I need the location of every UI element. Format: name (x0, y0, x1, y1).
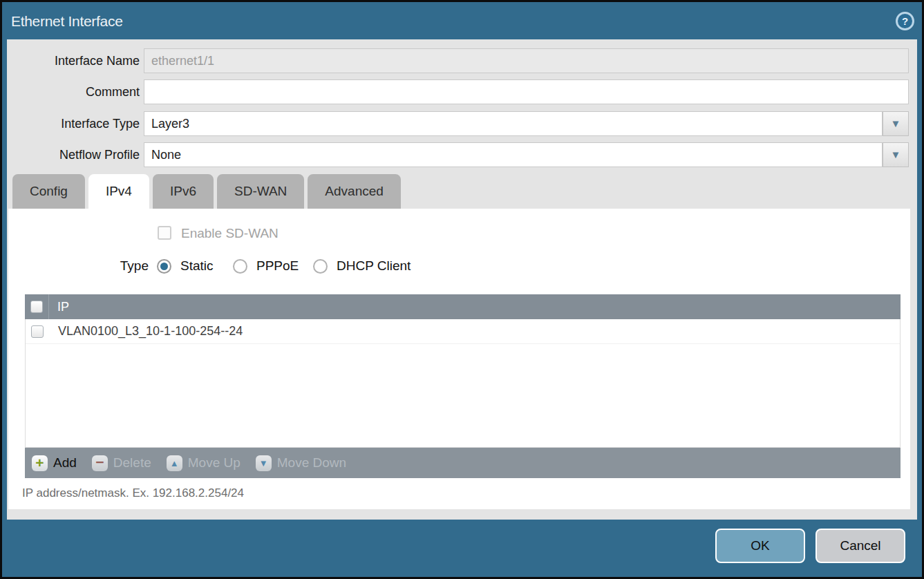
add-button-label: Add (53, 455, 77, 471)
interface-type-select[interactable]: Layer3 (144, 111, 883, 136)
enable-sdwan-checkbox (158, 226, 171, 240)
comment-label: Comment (7, 79, 140, 104)
chevron-down-icon: ▼ (891, 149, 901, 160)
comment-input[interactable] (144, 79, 909, 104)
netflow-profile-label: Netflow Profile (7, 142, 140, 167)
ip-table: IP VLAN0100_L3_10-1-100-254--24 (25, 294, 901, 448)
column-divider (48, 294, 49, 319)
radio-dhcp-client[interactable]: DHCP Client (313, 257, 411, 275)
ip-column-header: IP (48, 300, 69, 314)
plus-icon: + (32, 455, 48, 471)
dialog-titlebar: Ethernet Interface ? (2, 2, 922, 39)
radio-pppoe-label: PPPoE (256, 257, 299, 275)
move-down-button-label: Move Down (277, 455, 346, 471)
minus-icon: − (92, 455, 108, 471)
cancel-button[interactable]: Cancel (815, 529, 905, 563)
tab-advanced[interactable]: Advanced (308, 174, 401, 209)
interface-name-input (144, 48, 909, 73)
select-all-checkbox[interactable] (30, 301, 43, 313)
delete-button-label: Delete (113, 455, 151, 471)
radio-button-icon (157, 259, 171, 274)
radio-static[interactable]: Static (157, 257, 214, 275)
radio-static-label: Static (180, 257, 214, 275)
dialog-content: Interface Name Comment Interface Type La… (7, 39, 917, 520)
netflow-profile-dropdown-button[interactable]: ▼ (883, 142, 909, 167)
radio-button-icon (313, 259, 328, 274)
table-row[interactable]: VLAN0100_L3_10-1-100-254--24 (26, 319, 900, 344)
move-down-button: ▼ Move Down (256, 455, 346, 471)
move-up-button-label: Move Up (188, 455, 241, 471)
ipv4-panel: Enable SD-WAN Type Static PPPoE DHCP Cli… (8, 209, 910, 509)
ip-format-hint: IP address/netmask. Ex. 192.168.2.254/24 (22, 486, 244, 500)
table-toolbar: + Add − Delete ▲ Move Up ▼ Move Down (25, 448, 901, 478)
delete-button: − Delete (92, 455, 151, 471)
interface-type-label: Interface Type (7, 111, 140, 136)
radio-dhcp-client-label: DHCP Client (337, 257, 411, 275)
type-label: Type (8, 257, 149, 275)
help-icon[interactable]: ? (896, 12, 914, 30)
netflow-profile-select[interactable]: None (144, 142, 883, 167)
radio-button-icon (233, 259, 247, 274)
chevron-down-icon: ▼ (891, 117, 901, 129)
tab-config[interactable]: Config (12, 174, 85, 209)
interface-name-label: Interface Name (7, 48, 140, 73)
row-checkbox[interactable] (31, 325, 44, 338)
radio-pppoe[interactable]: PPPoE (233, 257, 299, 275)
tab-ipv6[interactable]: IPv6 (153, 174, 214, 209)
arrow-down-icon: ▼ (256, 455, 272, 471)
tab-sd-wan[interactable]: SD-WAN (217, 174, 304, 209)
interface-type-dropdown-button[interactable]: ▼ (883, 111, 909, 136)
move-up-button: ▲ Move Up (167, 455, 241, 471)
ip-table-body: VLAN0100_L3_10-1-100-254--24 (25, 319, 901, 448)
add-button[interactable]: + Add (32, 455, 77, 471)
tab-ipv4[interactable]: IPv4 (88, 174, 149, 209)
ip-table-header[interactable]: IP (25, 294, 901, 319)
enable-sdwan-label: Enable SD-WAN (181, 226, 279, 240)
tab-bar: Config IPv4 IPv6 SD-WAN Advanced (12, 174, 401, 209)
arrow-up-icon: ▲ (167, 455, 182, 471)
ok-button[interactable]: OK (715, 529, 805, 563)
ip-cell: VLAN0100_L3_10-1-100-254--24 (49, 324, 243, 339)
ethernet-interface-dialog: Ethernet Interface ? Interface Name Comm… (0, 0, 924, 579)
dialog-title: Ethernet Interface (11, 2, 123, 39)
